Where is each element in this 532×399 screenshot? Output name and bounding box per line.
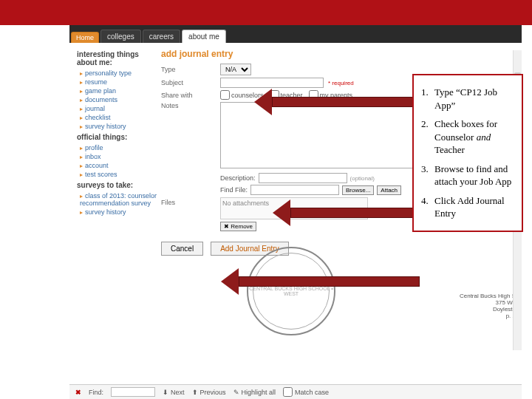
findfile-label: Find File: bbox=[220, 186, 248, 194]
cancel-button[interactable]: Cancel bbox=[161, 242, 203, 256]
form-title: add journal entry bbox=[161, 49, 511, 59]
step-3: 3.Browse to find and attach your Job App bbox=[421, 163, 514, 188]
sidebar-heading-interesting: interesting things about me: bbox=[77, 50, 158, 66]
browse-button[interactable]: Browse... bbox=[342, 185, 374, 195]
tab-careers[interactable]: careers bbox=[143, 30, 180, 43]
sidebar-item-surveyhistory[interactable]: survey history bbox=[80, 123, 158, 130]
step-4: 4.Click Add Journal Entry bbox=[421, 194, 514, 220]
remove-button[interactable]: ✖ Remove bbox=[220, 222, 256, 231]
sidebar-item-documents[interactable]: documents bbox=[80, 96, 158, 103]
sidebar-item-counselorsurvey[interactable]: class of 2013: counselor recommendation … bbox=[80, 192, 158, 207]
arrow-annotation-1 bbox=[255, 92, 420, 112]
tab-about-me[interactable]: about me bbox=[182, 30, 226, 43]
sharewith-label: Share with bbox=[161, 92, 220, 99]
sidebar-item-personality[interactable]: personality type bbox=[80, 69, 158, 77]
sidebar-item-journal[interactable]: journal bbox=[80, 105, 158, 112]
sidebar-item-resume[interactable]: resume bbox=[80, 78, 158, 86]
description-label: Description: bbox=[220, 174, 256, 182]
file-path-input[interactable] bbox=[250, 185, 339, 195]
sidebar-item-inbox[interactable]: inbox bbox=[80, 153, 158, 160]
instruction-callout: 1.Type “CP12 Job App” 2.Check boxes for … bbox=[412, 74, 523, 232]
files-label: Files bbox=[161, 199, 220, 206]
sidebar-item-profile[interactable]: profile bbox=[80, 144, 158, 151]
match-case-label: Match case bbox=[295, 389, 329, 396]
type-label: Type bbox=[161, 66, 220, 73]
find-bar: ✖ Find: ⬇ Next ⬆ Previous ✎ Highlight al… bbox=[69, 384, 522, 399]
description-input[interactable] bbox=[259, 173, 347, 183]
find-label: Find: bbox=[89, 389, 103, 396]
sidebar: interesting things about me: personality… bbox=[77, 47, 158, 257]
sidebar-item-testscores[interactable]: test scores bbox=[80, 171, 158, 178]
find-prev[interactable]: ⬆ Previous bbox=[192, 389, 226, 396]
checkbox-counselors[interactable] bbox=[220, 90, 230, 100]
sidebar-item-gameplan[interactable]: game plan bbox=[80, 87, 158, 95]
slide-red-banner bbox=[0, 0, 532, 25]
find-next[interactable]: ⬇ Next bbox=[163, 389, 185, 396]
step-1: 1.Type “CP12 Job App” bbox=[421, 86, 514, 112]
type-select[interactable]: N/A bbox=[220, 64, 251, 75]
attach-button[interactable]: Attach bbox=[377, 185, 401, 195]
arrow-annotation-2 bbox=[273, 203, 420, 222]
required-text: * required bbox=[328, 80, 354, 86]
sidebar-item-checklist[interactable]: checklist bbox=[80, 114, 158, 121]
find-highlight[interactable]: ✎ Highlight all bbox=[233, 389, 276, 396]
arrow-annotation-3 bbox=[222, 272, 420, 291]
top-nav: Home colleges careers about me bbox=[69, 25, 522, 43]
subject-input[interactable] bbox=[220, 78, 324, 88]
find-close-icon[interactable]: ✖ bbox=[75, 389, 81, 396]
find-input[interactable] bbox=[111, 387, 155, 397]
sidebar-heading-official: official things: bbox=[77, 133, 158, 141]
notes-textarea[interactable] bbox=[220, 102, 442, 168]
step-2: 2.Check boxes for Counselor and Teacher bbox=[421, 117, 514, 157]
notes-label: Notes bbox=[161, 102, 220, 109]
tab-colleges[interactable]: colleges bbox=[100, 30, 141, 43]
school-seal: CENTRAL BUCKS HIGH SCHOOL • WEST bbox=[247, 247, 335, 335]
tab-home[interactable]: Home bbox=[71, 32, 99, 43]
sidebar-heading-surveys: surveys to take: bbox=[77, 181, 158, 189]
sidebar-item-account[interactable]: account bbox=[80, 162, 158, 169]
optional-text: (optional) bbox=[350, 175, 375, 182]
subject-label: Subject bbox=[161, 79, 220, 86]
match-case-checkbox[interactable] bbox=[283, 387, 293, 397]
sidebar-item-surveyhistory2[interactable]: survey history bbox=[80, 208, 158, 216]
school-footer: Central Bucks High S 375 We Doylesto p. … bbox=[460, 293, 516, 319]
